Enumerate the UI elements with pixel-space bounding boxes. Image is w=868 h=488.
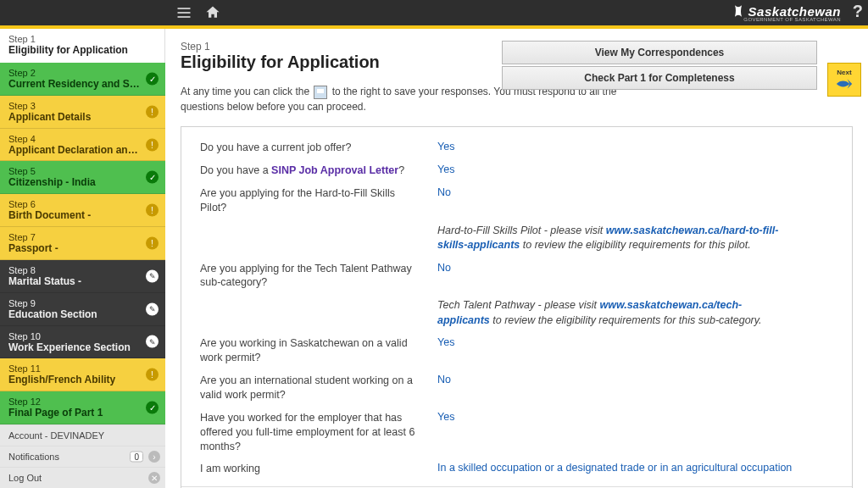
qa-row: Are you applying for the Tech Talent Pat… [200, 262, 833, 291]
divider [181, 486, 852, 487]
arrow-right-icon [835, 76, 854, 92]
sidebar-step-12[interactable]: Step 12 Final Page of Part 1 ✓ [0, 391, 165, 424]
main-content: View My Correspondences Check Part 1 for… [165, 29, 868, 488]
qa-row: Are you working in Saskatchewan on a val… [200, 336, 833, 365]
topbar: Saskatchewan GOVERNMENT OF SASKATCHEWAN … [0, 0, 868, 25]
sidebar-current-step[interactable]: Step 1 Eligibility for Application [0, 29, 165, 63]
sinp-letter-link[interactable]: SINP Job Approval Letter [271, 164, 398, 176]
sidebar: Step 1 Eligibility for Application Step … [0, 29, 165, 488]
qa-note: Hard-to-Fill Skills Pilot - please visit… [200, 224, 833, 253]
check-icon: ✓ [146, 171, 159, 184]
current-step-title: Eligibility for Application [8, 44, 156, 56]
brand-subtitle: GOVERNMENT OF SASKATCHEWAN [743, 17, 841, 22]
help-icon[interactable]: ? [853, 2, 863, 21]
sidebar-step-10[interactable]: Step 10 Work Experience Section ✎ [0, 326, 165, 359]
qa-note: Tech Talent Pathway - please visit www.s… [200, 298, 833, 328]
sidebar-step-6[interactable]: Step 6 Birth Document - ! [0, 194, 165, 227]
current-step-num: Step 1 [8, 34, 156, 44]
chevron-right-icon: › [148, 451, 160, 463]
sidebar-step-7[interactable]: Step 7 Passport - ! [0, 227, 165, 260]
next-button[interactable]: Next [827, 63, 861, 97]
answer-value[interactable]: Yes [437, 141, 454, 152]
home-icon[interactable] [201, 1, 225, 25]
warn-icon: ! [146, 204, 159, 217]
qa-row: Have you worked for the employer that ha… [200, 411, 833, 454]
answer-value[interactable]: Yes [437, 411, 454, 423]
check-completeness-button[interactable]: Check Part 1 for Completeness [502, 66, 817, 90]
sidebar-step-4[interactable]: Step 4 Applicant Declaration and… ! [0, 129, 165, 162]
answer-value[interactable]: No [437, 186, 451, 198]
questions-panel: Do you have a current job offer? Yes Do … [181, 126, 853, 488]
edit-icon: ✎ [146, 269, 159, 282]
sidebar-step-5[interactable]: Step 5 Citizenship - India ✓ [0, 161, 165, 194]
edit-icon: ✎ [146, 336, 159, 348]
warn-icon: ! [146, 369, 159, 381]
qa-row: I am working In a skilled occupation or … [200, 462, 833, 476]
sidebar-step-11[interactable]: Step 11 English/French Ability ! [0, 358, 165, 391]
qa-row: Are you an international student working… [200, 374, 833, 402]
answer-value[interactable]: No [437, 374, 451, 385]
warn-icon: ! [146, 105, 159, 118]
warn-icon: ! [146, 138, 159, 151]
check-icon: ✓ [146, 402, 159, 414]
qa-row: Do you have a SINP Job Approval Letter? … [200, 164, 833, 178]
qa-row: Are you applying for the Hard-to-Fill Sk… [200, 186, 833, 215]
check-icon: ✓ [146, 72, 159, 85]
close-icon: ✕ [148, 472, 160, 484]
warn-icon: ! [146, 236, 159, 249]
answer-value[interactable]: No [437, 262, 451, 274]
answer-value[interactable]: Yes [437, 336, 454, 348]
sidebar-step-9[interactable]: Step 9 Education Section ✎ [0, 293, 165, 326]
menu-icon[interactable] [172, 1, 196, 25]
sidebar-step-3[interactable]: Step 3 Applicant Details ! [0, 96, 165, 129]
account-link[interactable]: Account - DEVINADEY [0, 424, 165, 446]
logout-link[interactable]: Log Out ✕ [0, 467, 165, 488]
notifications-link[interactable]: Notifications 0 › [0, 446, 165, 467]
sidebar-step-2[interactable]: Step 2 Current Residency and Se… ✓ [0, 63, 165, 96]
brand-logo: Saskatchewan GOVERNMENT OF SASKATCHEWAN [732, 0, 841, 25]
sidebar-step-8[interactable]: Step 8 Marital Status - ✎ [0, 260, 165, 293]
qa-row: Do you have a current job offer? Yes [200, 141, 833, 155]
view-correspondences-button[interactable]: View My Correspondences [502, 41, 817, 64]
save-icon [314, 86, 327, 99]
answer-value[interactable]: Yes [437, 164, 454, 175]
answer-value[interactable]: In a skilled occupation or a designated … [437, 462, 792, 474]
edit-icon: ✎ [146, 302, 159, 315]
notification-count: 0 [130, 452, 143, 463]
